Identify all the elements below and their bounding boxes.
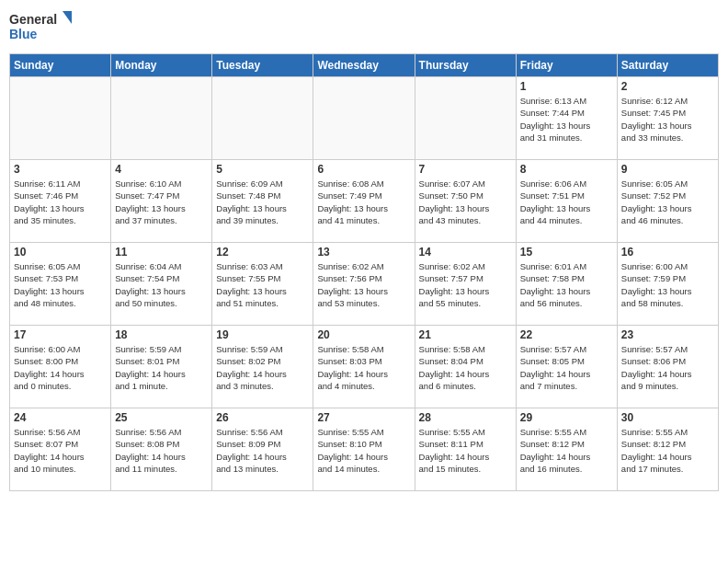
calendar-header-row: SundayMondayTuesdayWednesdayThursdayFrid… (10, 54, 719, 77)
day-info: Sunrise: 6:04 AM Sunset: 7:54 PM Dayligh… (115, 260, 208, 309)
calendar-cell: 21Sunrise: 5:58 AM Sunset: 8:04 PM Dayli… (415, 326, 516, 408)
day-number: 5 (216, 163, 309, 176)
calendar-cell: 16Sunrise: 6:00 AM Sunset: 7:59 PM Dayli… (617, 243, 718, 326)
day-info: Sunrise: 5:57 AM Sunset: 8:05 PM Dayligh… (520, 343, 613, 392)
column-header-tuesday: Tuesday (212, 54, 313, 77)
day-number: 18 (115, 328, 208, 341)
day-number: 30 (621, 411, 714, 424)
day-info: Sunrise: 6:07 AM Sunset: 7:50 PM Dayligh… (419, 178, 512, 226)
calendar-cell: 25Sunrise: 5:56 AM Sunset: 8:08 PM Dayli… (111, 408, 212, 491)
day-info: Sunrise: 6:13 AM Sunset: 7:44 PM Dayligh… (520, 95, 613, 144)
day-info: Sunrise: 6:11 AM Sunset: 7:46 PM Dayligh… (14, 178, 107, 226)
day-number: 14 (419, 246, 512, 259)
calendar-cell (111, 77, 212, 160)
column-header-saturday: Saturday (617, 54, 718, 77)
calendar-cell: 7Sunrise: 6:07 AM Sunset: 7:50 PM Daylig… (415, 160, 516, 243)
day-number: 9 (621, 163, 714, 176)
calendar-cell: 28Sunrise: 5:55 AM Sunset: 8:11 PM Dayli… (415, 408, 516, 491)
calendar-cell: 2Sunrise: 6:12 AM Sunset: 7:45 PM Daylig… (617, 77, 718, 160)
svg-text:Blue: Blue (9, 27, 38, 41)
calendar-cell: 8Sunrise: 6:06 AM Sunset: 7:51 PM Daylig… (516, 160, 617, 243)
calendar-cell (212, 77, 313, 160)
day-info: Sunrise: 6:02 AM Sunset: 7:56 PM Dayligh… (317, 260, 410, 309)
day-number: 13 (317, 246, 410, 259)
column-header-sunday: Sunday (10, 54, 111, 77)
calendar-cell: 3Sunrise: 6:11 AM Sunset: 7:46 PM Daylig… (10, 160, 111, 243)
day-info: Sunrise: 6:03 AM Sunset: 7:55 PM Dayligh… (216, 260, 309, 309)
day-number: 4 (115, 163, 208, 176)
day-info: Sunrise: 6:06 AM Sunset: 7:51 PM Dayligh… (520, 178, 613, 226)
day-info: Sunrise: 6:02 AM Sunset: 7:57 PM Dayligh… (419, 260, 512, 309)
day-number: 8 (520, 163, 613, 176)
calendar-cell: 4Sunrise: 6:10 AM Sunset: 7:47 PM Daylig… (111, 160, 212, 243)
calendar-cell (415, 77, 516, 160)
day-number: 21 (419, 328, 512, 341)
day-number: 20 (317, 328, 410, 341)
calendar-cell: 26Sunrise: 5:56 AM Sunset: 8:09 PM Dayli… (212, 408, 313, 491)
day-info: Sunrise: 6:08 AM Sunset: 7:49 PM Dayligh… (317, 178, 410, 226)
calendar-cell: 22Sunrise: 5:57 AM Sunset: 8:05 PM Dayli… (516, 326, 617, 408)
day-info: Sunrise: 5:58 AM Sunset: 8:04 PM Dayligh… (419, 343, 512, 392)
calendar-table: SundayMondayTuesdayWednesdayThursdayFrid… (9, 53, 719, 491)
calendar-cell: 19Sunrise: 5:59 AM Sunset: 8:02 PM Dayli… (212, 326, 313, 408)
column-header-friday: Friday (516, 54, 617, 77)
day-number: 3 (14, 163, 107, 176)
calendar-cell: 9Sunrise: 6:05 AM Sunset: 7:52 PM Daylig… (617, 160, 718, 243)
calendar-cell: 11Sunrise: 6:04 AM Sunset: 7:54 PM Dayli… (111, 243, 212, 326)
day-info: Sunrise: 5:56 AM Sunset: 8:09 PM Dayligh… (216, 426, 309, 475)
calendar-cell: 24Sunrise: 5:56 AM Sunset: 8:07 PM Dayli… (10, 408, 111, 491)
calendar-cell: 17Sunrise: 6:00 AM Sunset: 8:00 PM Dayli… (10, 326, 111, 408)
day-number: 28 (419, 411, 512, 424)
calendar-cell: 6Sunrise: 6:08 AM Sunset: 7:49 PM Daylig… (313, 160, 415, 243)
calendar-week-row: 10Sunrise: 6:05 AM Sunset: 7:53 PM Dayli… (10, 243, 719, 326)
calendar-cell: 10Sunrise: 6:05 AM Sunset: 7:53 PM Dayli… (10, 243, 111, 326)
calendar-cell: 1Sunrise: 6:13 AM Sunset: 7:44 PM Daylig… (516, 77, 617, 160)
calendar-cell: 30Sunrise: 5:55 AM Sunset: 8:12 PM Dayli… (617, 408, 718, 491)
calendar-week-row: 17Sunrise: 6:00 AM Sunset: 8:00 PM Dayli… (10, 326, 719, 408)
calendar-cell: 23Sunrise: 5:57 AM Sunset: 8:06 PM Dayli… (617, 326, 718, 408)
day-info: Sunrise: 6:00 AM Sunset: 8:00 PM Dayligh… (14, 343, 107, 392)
day-number: 22 (520, 328, 613, 341)
calendar-cell: 18Sunrise: 5:59 AM Sunset: 8:01 PM Dayli… (111, 326, 212, 408)
day-number: 2 (621, 80, 714, 93)
day-info: Sunrise: 5:59 AM Sunset: 8:02 PM Dayligh… (216, 343, 309, 392)
svg-text:General: General (9, 12, 57, 27)
day-info: Sunrise: 6:05 AM Sunset: 7:52 PM Dayligh… (621, 178, 714, 226)
day-info: Sunrise: 5:55 AM Sunset: 8:12 PM Dayligh… (621, 426, 714, 475)
day-number: 1 (520, 80, 613, 93)
day-number: 23 (621, 328, 714, 341)
calendar-cell: 20Sunrise: 5:58 AM Sunset: 8:03 PM Dayli… (313, 326, 415, 408)
day-number: 27 (317, 411, 410, 424)
calendar-cell: 14Sunrise: 6:02 AM Sunset: 7:57 PM Dayli… (415, 243, 516, 326)
day-info: Sunrise: 6:00 AM Sunset: 7:59 PM Dayligh… (621, 260, 714, 309)
logo-svg: GeneralBlue (9, 9, 74, 46)
calendar-cell (10, 77, 111, 160)
day-info: Sunrise: 5:56 AM Sunset: 8:07 PM Dayligh… (14, 426, 107, 475)
calendar-week-row: 1Sunrise: 6:13 AM Sunset: 7:44 PM Daylig… (10, 77, 719, 160)
day-number: 7 (419, 163, 512, 176)
day-info: Sunrise: 6:10 AM Sunset: 7:47 PM Dayligh… (115, 178, 208, 226)
svg-marker-1 (63, 11, 72, 24)
calendar-cell: 5Sunrise: 6:09 AM Sunset: 7:48 PM Daylig… (212, 160, 313, 243)
day-info: Sunrise: 6:01 AM Sunset: 7:58 PM Dayligh… (520, 260, 613, 309)
day-number: 29 (520, 411, 613, 424)
day-number: 19 (216, 328, 309, 341)
day-number: 16 (621, 246, 714, 259)
day-info: Sunrise: 6:05 AM Sunset: 7:53 PM Dayligh… (14, 260, 107, 309)
day-info: Sunrise: 5:58 AM Sunset: 8:03 PM Dayligh… (317, 343, 410, 392)
calendar-cell (313, 77, 415, 160)
day-info: Sunrise: 5:55 AM Sunset: 8:12 PM Dayligh… (520, 426, 613, 475)
day-number: 26 (216, 411, 309, 424)
day-info: Sunrise: 5:55 AM Sunset: 8:10 PM Dayligh… (317, 426, 410, 475)
day-number: 6 (317, 163, 410, 176)
day-number: 10 (14, 246, 107, 259)
day-info: Sunrise: 6:12 AM Sunset: 7:45 PM Dayligh… (621, 95, 714, 144)
calendar-cell: 12Sunrise: 6:03 AM Sunset: 7:55 PM Dayli… (212, 243, 313, 326)
column-header-monday: Monday (111, 54, 212, 77)
logo: GeneralBlue (9, 9, 74, 46)
day-info: Sunrise: 5:55 AM Sunset: 8:11 PM Dayligh… (419, 426, 512, 475)
calendar-cell: 29Sunrise: 5:55 AM Sunset: 8:12 PM Dayli… (516, 408, 617, 491)
day-info: Sunrise: 5:56 AM Sunset: 8:08 PM Dayligh… (115, 426, 208, 475)
calendar-cell: 13Sunrise: 6:02 AM Sunset: 7:56 PM Dayli… (313, 243, 415, 326)
day-number: 11 (115, 246, 208, 259)
